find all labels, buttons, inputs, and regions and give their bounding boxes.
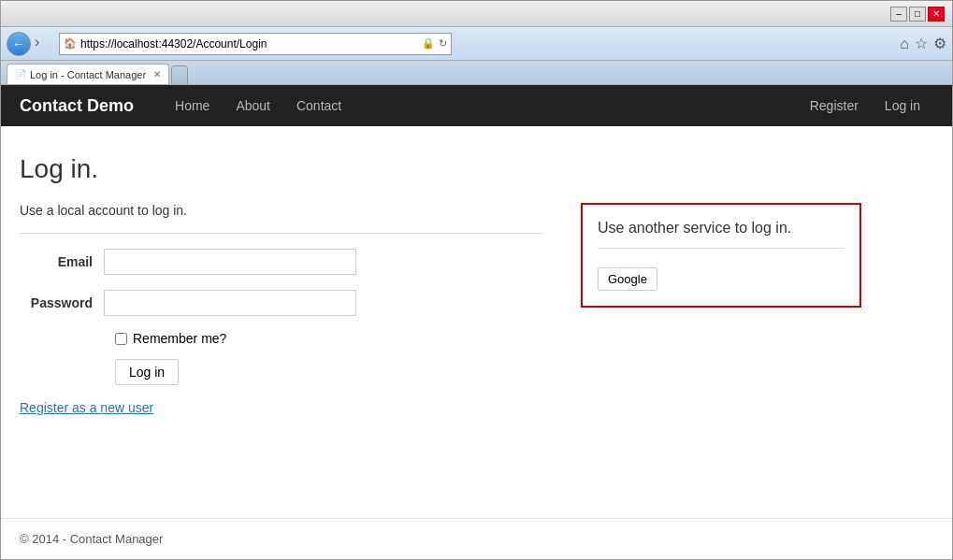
settings-icon[interactable]: ⚙ [933,35,946,52]
address-bar-icon: 🏠 [64,37,77,50]
nav-link-home[interactable]: Home [162,87,223,124]
login-container: Use a local account to log in. Email Pas… [20,203,933,415]
address-bar-row: ← › 🏠 🔒 ↻ ⌂ ☆ ⚙ [1,27,952,61]
remember-me-group: Remember me? [115,331,543,346]
login-button[interactable]: Log in [115,359,179,385]
main-content: Log in. Use a local account to log in. E… [1,126,952,518]
page-title: Log in. [20,154,933,184]
external-divider [598,248,845,249]
site-brand[interactable]: Contact Demo [20,96,134,116]
inactive-tab[interactable] [171,65,188,84]
toolbar-right: ⌂ ☆ ⚙ [900,35,946,52]
address-input[interactable] [80,37,418,50]
tab-close-button[interactable]: ✕ [153,69,161,79]
google-login-button[interactable]: Google [598,267,657,291]
title-bar: – □ ✕ [1,1,952,27]
external-login-panel: Use another service to log in. Google [581,203,861,308]
refresh-icon[interactable]: ↻ [439,37,447,50]
email-form-group: Email [20,249,543,275]
remember-me-label: Remember me? [133,331,226,346]
close-button[interactable]: ✕ [928,7,945,22]
active-tab-label: Log in - Contact Manager [30,69,146,80]
nav-link-register[interactable]: Register [797,87,872,124]
active-tab[interactable]: 📄 Log in - Contact Manager ✕ [7,64,169,84]
password-input[interactable] [104,290,356,316]
tab-favicon: 📄 [15,69,26,79]
email-input[interactable] [104,249,356,275]
password-label: Password [20,295,104,310]
nav-link-contact[interactable]: Contact [283,87,354,124]
footer-text: © 2014 - Contact Manager [20,532,163,546]
remember-me-checkbox[interactable] [115,333,127,345]
back-button[interactable]: ← [7,32,31,56]
site-navbar: Contact Demo Home About Contact Register… [1,85,952,126]
external-login-title: Use another service to log in. [598,220,845,237]
maximize-button[interactable]: □ [909,7,926,22]
minimize-button[interactable]: – [890,7,907,22]
tab-bar: 📄 Log in - Contact Manager ✕ [1,61,952,85]
nav-link-about[interactable]: About [223,87,283,124]
local-login-panel: Use a local account to log in. Email Pas… [20,203,543,415]
password-form-group: Password [20,290,543,316]
local-login-subtitle: Use a local account to log in. [20,203,543,218]
lock-icon: 🔒 [422,37,435,50]
divider [20,233,543,234]
nav-link-login[interactable]: Log in [872,87,933,124]
site-footer: © 2014 - Contact Manager [1,518,952,559]
address-box: 🏠 🔒 ↻ [59,33,452,55]
email-label: Email [20,254,104,269]
home-icon[interactable]: ⌂ [900,36,909,52]
nav-right: Register Log in [797,87,933,124]
page-content: Contact Demo Home About Contact Register… [1,85,952,559]
browser-window: – □ ✕ ← › 🏠 🔒 ↻ ⌂ ☆ ⚙ 📄 Log in - Contact… [0,0,953,560]
forward-button[interactable]: › [35,34,55,54]
nav-links: Home About Contact [162,87,354,124]
register-link[interactable]: Register as a new user [20,400,153,415]
favorites-icon[interactable]: ☆ [915,35,928,52]
